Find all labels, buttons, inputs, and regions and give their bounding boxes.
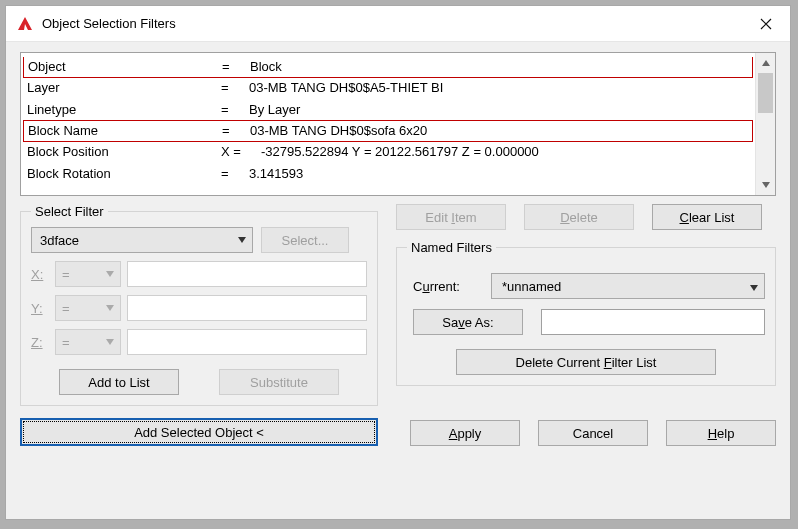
substitute-button: Substitute	[219, 369, 339, 395]
titlebar: Object Selection Filters	[6, 6, 790, 42]
coord-op-combo: =	[55, 295, 121, 321]
apply-button[interactable]: Apply	[410, 420, 520, 446]
current-filter-combo[interactable]: *unnamed	[491, 273, 765, 299]
app-logo-icon	[16, 15, 34, 33]
select-button: Select...	[261, 227, 349, 253]
coord-row: X:=	[31, 261, 367, 287]
help-button[interactable]: Help	[666, 420, 776, 446]
coord-row: Z:=	[31, 329, 367, 355]
chevron-down-icon	[238, 235, 246, 245]
coord-label: Z:	[31, 335, 49, 350]
list-item[interactable]: Linetype=By Layer	[23, 99, 753, 121]
coord-label: Y:	[31, 301, 49, 316]
coord-value-input	[127, 261, 367, 287]
save-as-input[interactable]	[541, 309, 765, 335]
dialog-window: Object Selection Filters Object=BlockLay…	[5, 5, 791, 520]
chevron-down-icon	[106, 303, 114, 313]
window-title: Object Selection Filters	[42, 16, 176, 31]
list-item[interactable]: Block Rotation=3.141593	[23, 163, 753, 185]
chevron-down-icon	[750, 279, 758, 294]
coord-op-combo: =	[55, 261, 121, 287]
add-selected-object-button[interactable]: Add Selected Object <	[20, 418, 378, 446]
scrollbar[interactable]	[755, 53, 775, 195]
coord-value-input	[127, 329, 367, 355]
filter-listbox[interactable]: Object=BlockLayer=03-MB TANG DH$0$A5-THI…	[20, 52, 776, 196]
scroll-up-icon[interactable]	[756, 53, 775, 73]
named-filters-group: Named Filters Current: *unnamed Save As	[396, 240, 776, 386]
coord-row: Y:=	[31, 295, 367, 321]
list-item[interactable]: Layer=03-MB TANG DH$0$A5-THIET BI	[23, 77, 753, 99]
current-label: Current:	[413, 279, 481, 294]
current-filter-value: *unnamed	[502, 279, 561, 294]
scroll-down-icon[interactable]	[756, 175, 775, 195]
select-filter-group: Select Filter 3dface Select... X:=Y:=Z:=	[20, 204, 378, 406]
delete-current-filter-button[interactable]: Delete Current Filter List	[456, 349, 716, 375]
close-button[interactable]	[742, 6, 790, 42]
coord-label: X:	[31, 267, 49, 282]
chevron-down-icon	[106, 269, 114, 279]
list-item[interactable]: Object=Block	[23, 57, 753, 78]
scroll-thumb[interactable]	[758, 73, 773, 113]
clear-list-button[interactable]: Clear List	[652, 204, 762, 230]
coord-op-combo: =	[55, 329, 121, 355]
chevron-down-icon	[106, 337, 114, 347]
filter-type-combo[interactable]: 3dface	[31, 227, 253, 253]
list-item[interactable]: Block PositionX =-32795.522894 Y = 20122…	[23, 141, 753, 163]
save-as-button[interactable]: Save As:	[413, 309, 523, 335]
list-item[interactable]: Block Name=03-MB TANG DH$0$sofa 6x20	[23, 120, 753, 142]
named-filters-legend: Named Filters	[407, 240, 496, 255]
select-filter-legend: Select Filter	[31, 204, 108, 219]
cancel-button[interactable]: Cancel	[538, 420, 648, 446]
delete-button: Delete	[524, 204, 634, 230]
edit-item-button: Edit Item	[396, 204, 506, 230]
add-to-list-button[interactable]: Add to List	[59, 369, 179, 395]
coord-value-input	[127, 295, 367, 321]
dialog-content: Object=BlockLayer=03-MB TANG DH$0$A5-THI…	[6, 42, 790, 519]
filter-type-value: 3dface	[40, 233, 79, 248]
